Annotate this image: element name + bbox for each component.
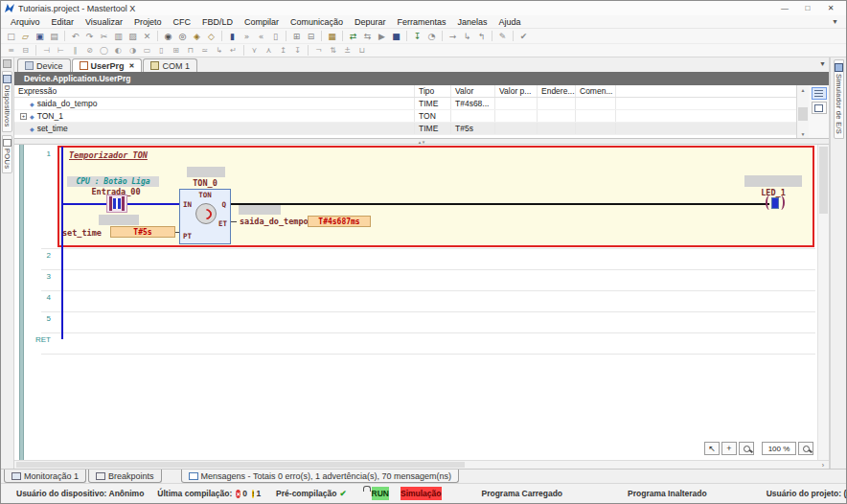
zoom-level[interactable]: 100 % <box>762 442 796 455</box>
zoom-menu-button[interactable] <box>798 442 813 455</box>
sidebar-tab-dispositivos[interactable]: Dispositivos <box>2 71 12 132</box>
menu-compilar[interactable]: Compilar <box>239 17 285 27</box>
delete-icon[interactable]: ✕ <box>140 30 154 42</box>
redo-icon[interactable]: ↷ <box>82 30 97 42</box>
network-number[interactable]: 2 <box>14 251 51 260</box>
scroll-thumb[interactable] <box>16 462 465 468</box>
insert-empty-box-icon[interactable]: ▯ <box>154 44 169 57</box>
open-folder-icon[interactable]: ▱ <box>18 30 33 42</box>
tab-overflow-icon[interactable]: ▼ <box>819 60 826 67</box>
return-label[interactable]: RET <box>14 335 51 344</box>
save-icon[interactable]: ▣ <box>33 30 47 42</box>
network-comment[interactable]: Temporizador TON <box>69 150 148 160</box>
open-branch-icon[interactable]: ⋎ <box>247 44 262 57</box>
copy-icon[interactable]: ▥ <box>111 30 126 42</box>
column-prepared-value[interactable]: Valor p... <box>495 85 538 97</box>
pin-in[interactable]: IN <box>183 200 192 209</box>
menu-filter-icon[interactable]: ▼ <box>832 18 842 25</box>
tab-mensagens[interactable]: Mensagens - Totais 0 erro(s), 1 advertên… <box>181 470 459 483</box>
next-bookmark-icon[interactable]: » <box>240 30 254 42</box>
insert-contact-icon[interactable]: ⊣ <box>39 44 54 57</box>
column-expression[interactable]: Expressão <box>14 85 415 97</box>
network-number[interactable]: 3 <box>14 272 51 281</box>
previous-bookmark-icon[interactable]: « <box>254 30 268 42</box>
pan-tool-button[interactable]: + <box>721 442 737 455</box>
paste-object-icon[interactable]: ⊟ <box>304 30 318 42</box>
maximize-button[interactable]: □ <box>796 2 819 14</box>
write-values-icon[interactable]: ✎ <box>495 30 510 42</box>
undo-icon[interactable]: ↶ <box>68 30 82 42</box>
scroll-up-icon[interactable]: ▲ <box>797 85 809 94</box>
magnify-tool-button[interactable] <box>739 442 754 455</box>
build-icon[interactable]: ▦ <box>325 30 339 42</box>
table-row[interactable]: + ◆ TON_1 TON <box>14 110 796 123</box>
contact-entrada-00[interactable] <box>106 195 127 213</box>
pin-pt[interactable]: PT <box>183 232 192 241</box>
insert-box-en-icon[interactable]: ⊞ <box>169 44 183 57</box>
column-value[interactable]: Valor <box>451 85 495 97</box>
insert-jump-icon[interactable]: ↳ <box>212 44 226 57</box>
search-project-icon[interactable]: ◈ <box>190 30 204 42</box>
expand-icon[interactable]: + <box>20 113 27 120</box>
scroll-right-icon[interactable]: › <box>818 461 828 469</box>
sorted-view-button[interactable] <box>812 87 827 100</box>
sidebar-tab-simulador[interactable]: Simulador de E/S <box>834 59 844 139</box>
cell-prepared-value[interactable] <box>495 123 538 134</box>
bookmark-icon[interactable]: ▮ <box>225 30 240 42</box>
table-row[interactable]: ◆ set_time TIME T#5s <box>14 123 796 135</box>
select-tool-button[interactable]: ↖ <box>704 442 720 455</box>
menu-projeto[interactable]: Projeto <box>128 17 168 27</box>
pin-q[interactable]: Q <box>221 200 226 209</box>
column-comment[interactable]: Comen... <box>576 85 616 97</box>
scroll-track[interactable] <box>797 94 809 129</box>
runtime-clock-icon[interactable]: ◔ <box>424 30 439 42</box>
menu-editar[interactable]: Editar <box>46 17 80 27</box>
tab-breakpoints[interactable]: Breakpoints <box>88 470 162 483</box>
menu-ferramentas[interactable]: Ferramentas <box>392 17 452 27</box>
find-icon[interactable]: ◉ <box>161 30 175 42</box>
tab-userprg[interactable]: UserPrg ✕ <box>72 58 143 72</box>
insert-set-coil-icon[interactable]: ◐ <box>111 44 126 57</box>
editor-vertical-scrollbar[interactable] <box>817 145 829 460</box>
minimize-button[interactable]: — <box>773 2 796 14</box>
close-branch-icon[interactable]: ⋏ <box>262 44 276 57</box>
append-network-icon[interactable]: ⊟ <box>18 44 33 57</box>
insert-contact-right-icon[interactable]: ⊢ <box>54 44 68 57</box>
timer-instance-name[interactable]: TON_0 <box>179 178 231 188</box>
et-value-box[interactable]: T#4s687ms <box>308 216 371 227</box>
scroll-down-icon[interactable]: ▼ <box>797 129 809 138</box>
pt-variable-name[interactable]: set_time <box>62 228 102 238</box>
step-over-icon[interactable]: → <box>446 30 460 42</box>
stop-icon[interactable]: ■ <box>389 30 403 42</box>
edge-detection-icon[interactable]: ⇅ <box>326 44 340 57</box>
search-next-icon[interactable]: ◇ <box>204 30 218 42</box>
force-values-icon[interactable]: ✔ <box>516 30 531 42</box>
close-button[interactable]: ✕ <box>819 2 842 14</box>
insert-negated-contact-icon[interactable]: ⊘ <box>82 44 97 57</box>
menu-janelas[interactable]: Janelas <box>452 17 493 27</box>
print-icon[interactable]: ▤ <box>47 30 61 42</box>
step-out-icon[interactable]: ↰ <box>474 30 489 42</box>
insert-return-icon[interactable]: ↵ <box>226 44 240 57</box>
move-up-icon[interactable]: ↥ <box>276 44 290 57</box>
network-number[interactable]: 5 <box>14 314 51 323</box>
run-icon[interactable]: ▶ <box>375 30 389 42</box>
menu-ajuda[interactable]: Ajuda <box>493 17 527 27</box>
editor-horizontal-scrollbar[interactable]: › <box>14 460 829 469</box>
pt-value-box[interactable]: T#5s <box>110 226 175 238</box>
new-file-icon[interactable]: □ <box>4 30 18 42</box>
table-row[interactable]: ◆ saida_do_tempo TIME T#4s68... <box>14 98 796 110</box>
tab-com1[interactable]: COM 1 <box>143 58 197 72</box>
insert-coil-icon[interactable]: ◯ <box>97 44 111 57</box>
insert-input-icon[interactable]: ⊓ <box>183 44 197 57</box>
tab-device[interactable]: Device <box>17 58 71 72</box>
network-number[interactable]: 4 <box>14 293 51 302</box>
menu-depurar[interactable]: Depurar <box>349 17 392 27</box>
network-number[interactable]: 1 <box>14 149 51 158</box>
menu-arquivo[interactable]: Arquivo <box>5 17 46 27</box>
insert-network-icon[interactable]: ≡ <box>4 44 18 57</box>
plain-view-button[interactable] <box>812 102 827 114</box>
paste-icon[interactable]: ▨ <box>126 30 140 42</box>
cut-icon[interactable]: ✂ <box>97 30 111 42</box>
repair-box-icon[interactable]: ⊔ <box>355 44 369 57</box>
